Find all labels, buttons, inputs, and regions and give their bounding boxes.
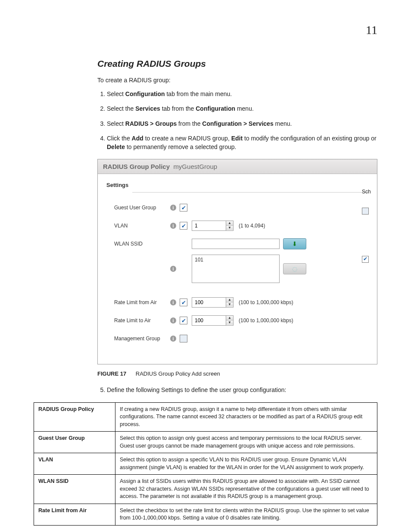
vlan-hint: (1 to 4,094) [239,223,265,229]
ssid-add-button[interactable]: ⬇ [283,238,306,249]
spin-up-icon[interactable]: ▲ [226,316,233,320]
spin-down-icon[interactable]: ▼ [226,302,233,307]
label-vlan: VLAN [114,223,170,229]
side-checkbox-1[interactable] [362,208,369,215]
spin-down-icon[interactable]: ▼ [226,320,233,325]
ssid-input[interactable] [192,239,280,249]
vlan-checkbox[interactable]: ✔ [180,222,187,230]
radius-policy-panel: RADIUS Group Policy myGuestGroup Sch ✔ S… [97,159,377,364]
panel-title: RADIUS Group Policy [103,163,170,170]
steps-list-cont: Define the following Settings to define … [97,386,377,394]
rate-from-checkbox[interactable]: ✔ [180,299,187,306]
rate-from-input[interactable] [192,298,226,307]
rate-to-checkbox[interactable]: ✔ [180,317,187,324]
label-rate-from: Rate Limit from Air [114,299,170,305]
vlan-input[interactable] [192,221,226,230]
rate-from-spinner[interactable]: ▲▼ [192,297,234,308]
spin-up-icon[interactable]: ▲ [226,298,233,302]
key-cell: VLAN [34,453,115,475]
value-cell: Select this option to assign only guest … [115,432,377,453]
key-cell: WLAN SSID [34,475,115,504]
key-cell: RADIUS Group Policy [34,402,115,432]
value-cell: Select this option to assign a specific … [115,453,377,475]
table-row: Rate Limit from AirSelect the checkbox t… [34,504,377,525]
label-guest-user-group: Guest User Group [114,205,170,211]
step-3: Select RADIUS > Groups from the Configur… [107,119,377,128]
value-cell: Assign a list of SSIDs users within this… [115,475,377,504]
figure-number: FIGURE 17 [97,370,126,377]
table-row: WLAN SSIDAssign a list of SSIDs users wi… [34,475,377,504]
info-icon[interactable]: i [170,205,176,211]
ssid-remove-button[interactable]: ◌ [283,263,306,274]
section-heading: Creating RADIUS Groups [97,59,377,69]
policy-name: myGuestGroup [173,163,217,170]
label-mgmt-group: Management Group [114,336,170,342]
step-4: Click the Add to create a new RADIUS gro… [107,134,377,152]
value-cell: If creating a new RADIUS group, assign i… [115,402,377,432]
guest-checkbox[interactable]: ✔ [180,204,187,212]
info-icon[interactable]: i [170,266,176,272]
info-icon[interactable]: i [170,299,176,305]
table-row: RADIUS Group PolicyIf creating a new RAD… [34,402,377,432]
spin-down-icon[interactable]: ▼ [226,226,233,230]
rate-to-input[interactable] [192,316,226,325]
table-row: VLANSelect this option to assign a speci… [34,453,377,475]
figure-text: RADIUS Group Policy Add screen [136,370,220,377]
label-wlan-ssid: WLAN SSID [114,241,170,247]
intro-text: To create a RADIUS group: [97,77,377,84]
rate-to-spinner[interactable]: ▲▼ [192,315,234,326]
steps-list: Select Configuration tab from the main m… [97,90,377,151]
label-rate-to: Rate Limit to Air [114,317,170,324]
mgmt-checkbox[interactable] [180,335,187,342]
step-2: Select the Services tab from the Configu… [107,104,377,113]
rate-from-hint: (100 to 1,000,000 kbps) [239,299,293,305]
fieldset-label: Settings [106,182,368,188]
value-cell: Select the checkbox to set the rate limi… [115,504,377,525]
rate-to-hint: (100 to 1,000,000 kbps) [239,317,293,324]
vlan-spinner[interactable]: ▲▼ [192,221,234,231]
remove-icon: ◌ [292,265,297,272]
step-1: Select Configuration tab from the main m… [107,90,377,98]
page-number: 11 [366,23,377,37]
info-icon[interactable]: i [170,317,176,324]
key-cell: Guest User Group [34,432,115,453]
spin-up-icon[interactable]: ▲ [226,221,233,226]
table-row: Guest User GroupSelect this option to as… [34,432,377,453]
panel-header: RADIUS Group Policy myGuestGroup [98,159,377,174]
figure-caption: FIGURE 17 RADIUS Group Policy Add screen [97,370,377,377]
side-checkbox-2[interactable]: ✔ [362,256,369,263]
info-icon[interactable]: i [170,223,176,229]
settings-definition-table: RADIUS Group PolicyIf creating a new RAD… [34,402,377,526]
info-icon[interactable]: i [170,336,176,342]
arrow-down-icon: ⬇ [292,240,297,247]
ssid-listbox[interactable]: 101 [192,255,280,283]
side-clip: Sch ✔ [362,189,378,263]
step-5: Define the following Settings to define … [107,386,377,394]
key-cell: Rate Limit from Air [34,504,115,525]
